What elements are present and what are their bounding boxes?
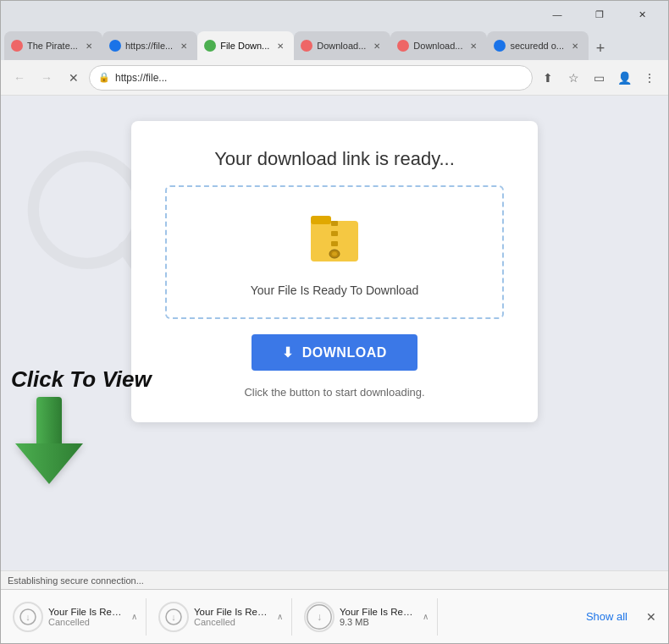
tab-6[interactable]: securedd o... ✕ xyxy=(487,31,589,60)
dl-info-3: Your File Is Ready....vhd 9.3 MB xyxy=(340,607,414,627)
tab-5-close[interactable]: ✕ xyxy=(467,39,480,52)
address-text: https://file... xyxy=(115,72,523,84)
page-main-content: Your download link is ready... xyxy=(1,96,668,570)
tab-6-favicon xyxy=(494,40,506,52)
tab-1-title: The Pirate... xyxy=(27,41,78,51)
more-button[interactable]: ⋮ xyxy=(638,66,661,90)
browser-window: — ❐ ✕ The Pirate... ✕ https://file... ✕ … xyxy=(0,0,669,644)
tab-4-favicon xyxy=(301,40,312,52)
tab-3[interactable]: File Down... ✕ xyxy=(197,31,294,60)
tab-1-favicon xyxy=(11,40,23,52)
svg-text:↓: ↓ xyxy=(25,612,30,622)
tab-6-close[interactable]: ✕ xyxy=(568,39,582,52)
dl-chevron-3[interactable]: ∧ xyxy=(419,610,432,623)
window-controls: — ❐ ✕ xyxy=(538,3,661,26)
status-bar: Establishing secure connection... xyxy=(1,570,668,589)
svg-text:↓: ↓ xyxy=(171,612,176,622)
dl-chevron-1[interactable]: ∧ xyxy=(128,610,141,623)
dl-icon-1: ↓ xyxy=(13,602,43,632)
tab-3-favicon xyxy=(204,40,216,52)
dl-filename-1: Your File Is Ready....vhd xyxy=(48,607,123,617)
tab-2-favicon xyxy=(109,40,121,52)
nav-actions: ⬆ ☆ ▭ 👤 ⋮ xyxy=(536,66,661,90)
svg-rect-5 xyxy=(331,231,338,236)
tab-3-title: File Down... xyxy=(220,41,269,51)
dl-chevron-2[interactable]: ∧ xyxy=(274,610,286,623)
lock-icon: 🔒 xyxy=(98,72,110,83)
stop-button[interactable]: ✕ xyxy=(62,66,86,90)
new-tab-button[interactable]: + xyxy=(589,36,612,60)
download-item-2: ↓ Your File Is Ready....vhd Cancelled ∧ xyxy=(153,598,292,636)
dl-filename-3: Your File Is Ready....vhd xyxy=(340,607,414,617)
title-bar: — ❐ ✕ xyxy=(1,1,668,28)
tab-bar: The Pirate... ✕ https://file... ✕ File D… xyxy=(1,28,668,60)
svg-rect-3 xyxy=(311,216,331,224)
dl-info-2: Your File Is Ready....vhd Cancelled xyxy=(194,607,268,627)
folder-zip-svg xyxy=(309,207,360,267)
tab-4-title: Download... xyxy=(317,41,366,51)
tab-5-title: Download... xyxy=(413,41,462,51)
dl-info-1: Your File Is Ready....vhd Cancelled xyxy=(48,607,123,627)
download-card: Your download link is ready... xyxy=(131,121,538,422)
tab-2-title: https://file... xyxy=(125,41,173,51)
address-bar[interactable]: 🔒 https://file... xyxy=(89,65,533,91)
back-button[interactable]: ← xyxy=(8,66,31,90)
zip-file-icon xyxy=(309,207,360,273)
file-ready-label: Your File Is Ready To Download xyxy=(251,283,418,297)
tab-1-close[interactable]: ✕ xyxy=(82,39,96,52)
dl-status-2: Cancelled xyxy=(194,617,268,627)
download-button[interactable]: ⬇ DOWNLOAD xyxy=(252,334,417,371)
nav-bar: ← → ✕ 🔒 https://file... ⬆ ☆ ▭ 👤 ⋮ xyxy=(1,60,668,96)
download-item-3: ↓ Your File Is Ready....vhd 9.3 MB ∧ xyxy=(299,598,438,636)
show-all-button[interactable]: Show all xyxy=(579,607,634,626)
click-to-view-annotation: Click To View xyxy=(11,366,152,489)
svg-rect-4 xyxy=(331,221,338,226)
download-btn-label: DOWNLOAD xyxy=(302,345,387,361)
dl-status-3: 9.3 MB xyxy=(340,617,414,627)
dl-filename-2: Your File Is Ready....vhd xyxy=(194,607,268,617)
downloads-bar-close[interactable]: ✕ xyxy=(641,607,661,627)
status-text: Establishing secure connection... xyxy=(8,575,144,586)
svg-text:↓: ↓ xyxy=(317,610,322,622)
svg-point-8 xyxy=(332,252,337,256)
tab-3-close[interactable]: ✕ xyxy=(274,39,287,52)
tab-6-title: securedd o... xyxy=(510,41,564,51)
forward-button[interactable]: → xyxy=(35,66,58,90)
close-button[interactable]: ✕ xyxy=(622,3,661,26)
dl-icon-3: ↓ xyxy=(304,602,334,632)
dl-icon-2: ↓ xyxy=(158,602,189,632)
card-title: Your download link is ready... xyxy=(214,148,455,170)
file-box: Your File Is Ready To Download xyxy=(165,185,504,319)
green-arrow-icon xyxy=(11,393,152,489)
restore-button[interactable]: ❐ xyxy=(580,3,619,26)
svg-rect-6 xyxy=(331,241,338,246)
share-button[interactable]: ⬆ xyxy=(536,66,560,90)
tab-2[interactable]: https://file... ✕ xyxy=(102,31,197,60)
download-icon: ⬇ xyxy=(282,344,294,361)
dl-status-1: Cancelled xyxy=(48,617,123,627)
svg-marker-10 xyxy=(15,443,83,484)
click-to-view-label: Click To View xyxy=(11,366,152,393)
download-item-1: ↓ Your File Is Ready....vhd Cancelled ∧ xyxy=(8,598,147,636)
tab-4-close[interactable]: ✕ xyxy=(370,39,384,52)
card-hint: Click the button to start downloading. xyxy=(244,386,424,399)
tab-4[interactable]: Download... ✕ xyxy=(294,31,390,60)
tab-2-close[interactable]: ✕ xyxy=(177,39,191,52)
downloads-bar: ↓ Your File Is Ready....vhd Cancelled ∧ … xyxy=(1,589,668,643)
collections-button[interactable]: ▭ xyxy=(587,66,611,90)
tab-5-favicon xyxy=(397,40,409,52)
profile-button[interactable]: 👤 xyxy=(612,66,636,90)
content-area: ZC Your download link is ready... xyxy=(1,96,668,570)
tab-1[interactable]: The Pirate... ✕ xyxy=(4,31,102,60)
minimize-button[interactable]: — xyxy=(538,3,577,26)
tab-5[interactable]: Download... ✕ xyxy=(390,31,487,60)
favorite-button[interactable]: ☆ xyxy=(561,66,585,90)
